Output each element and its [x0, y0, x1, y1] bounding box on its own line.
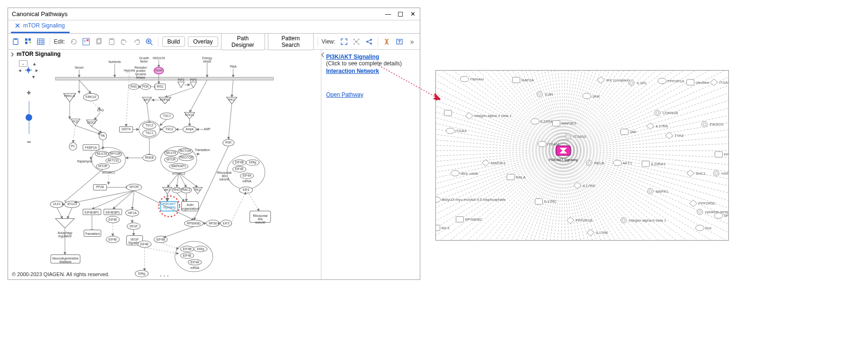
- dna-icon[interactable]: [382, 36, 392, 47]
- network-node[interactable]: atidyl-D-myo-inositol-4,5-bisphosphate: [436, 197, 506, 203]
- network-node[interactable]: citrulline: [687, 80, 710, 85]
- network-node[interactable]: IL17RC: [535, 198, 557, 204]
- network-node[interactable]: TYK2: [665, 132, 684, 139]
- chevron-right-icon[interactable]: [10, 52, 15, 56]
- textbox-icon[interactable]: [395, 36, 405, 47]
- network-node[interactable]: IL22RA2: [531, 118, 555, 124]
- svg-text:PA: PA: [101, 134, 105, 137]
- network-node[interactable]: HSP90AB1: [713, 170, 728, 176]
- network-node[interactable]: YWHAH: [460, 76, 484, 82]
- svg-text:EIF4EBP1: EIF4EBP1: [106, 211, 120, 214]
- svg-text:Ampk: Ampk: [186, 127, 194, 131]
- resize-handle-icon[interactable]: • • •: [160, 274, 169, 278]
- pattern-search-button[interactable]: Pattern Search: [268, 33, 314, 50]
- network-node[interactable]: IL1R1: [629, 80, 647, 86]
- close-button[interactable]: ✕: [409, 11, 416, 18]
- network-node[interactable]: PPP2: [715, 152, 728, 157]
- share-icon[interactable]: [364, 36, 374, 47]
- tab-mtor-signaling[interactable]: mTOR Signaling: [11, 20, 70, 33]
- pan-center-icon[interactable]: [25, 67, 32, 73]
- network-node[interactable]: ITGAX: [446, 128, 467, 134]
- network-node[interactable]: IKK (complex): [597, 77, 630, 83]
- network-node[interactable]: RAP2A: [513, 77, 534, 83]
- maximize-button[interactable]: [397, 11, 404, 18]
- pan-up-icon[interactable]: ▴: [31, 60, 38, 67]
- refresh-icon[interactable]: [69, 36, 79, 47]
- network-node[interactable]: RELB: [586, 160, 604, 166]
- zoom-thumb[interactable]: [26, 114, 32, 121]
- network-node[interactable]: Integrin alpha 6 beta 1: [621, 217, 666, 223]
- pathway-diagram[interactable]: .e { stroke:#888; stroke-width:1; fill:n…: [8, 50, 321, 278]
- network-node[interactable]: PPP2R1A: [658, 78, 684, 84]
- network-node[interactable]: CDKN1B: [655, 110, 678, 116]
- pan-down-icon[interactable]: ▾: [30, 73, 37, 80]
- network-node[interactable]: SFN: [714, 213, 728, 218]
- collapse-side-icon[interactable]: [320, 52, 325, 58]
- zoom-minus-icon[interactable]: −: [25, 138, 33, 146]
- network-node[interactable]: integrin alpha 2 beta 1: [465, 113, 512, 119]
- network-node[interactable]: IL17RA: [647, 123, 668, 129]
- network-node[interactable]: ITGA10: [565, 134, 586, 139]
- svg-text:RELB: RELB: [594, 161, 604, 165]
- zoom-slider[interactable]: [28, 101, 30, 134]
- network-node[interactable]: MAP3K5: [552, 120, 576, 126]
- network-node[interactable]: [444, 110, 452, 116]
- svg-text:EIF4E: EIF4E: [108, 238, 117, 241]
- network-node[interactable]: RPS6KB2: [456, 216, 482, 222]
- network-node[interactable]: IL22RA1: [642, 161, 665, 167]
- network-node[interactable]: B4-3: [436, 225, 450, 231]
- zoom-in-icon[interactable]: [144, 36, 154, 47]
- link-pi3k-akt-signaling[interactable]: PI3K/AKT Signaling: [326, 54, 379, 60]
- network-node[interactable]: MAP2K1: [482, 160, 506, 166]
- zoom-plus-icon[interactable]: +: [25, 89, 33, 97]
- network-node[interactable]: IL17RE: [587, 229, 608, 236]
- network-node[interactable]: ITGA9: [710, 79, 728, 86]
- network-node[interactable]: IL9R: [537, 91, 553, 97]
- network-node[interactable]: MAPK1: [647, 188, 668, 194]
- svg-text:TSC1: TSC1: [145, 131, 153, 135]
- overlay-button[interactable]: Overlay: [188, 36, 218, 47]
- undo-icon[interactable]: [119, 36, 129, 47]
- network-node[interactable]: JAM: [583, 93, 600, 99]
- pan-left-icon[interactable]: ◂: [17, 67, 23, 73]
- center-node[interactable]: PI3K/AKT Signaling: [549, 146, 578, 162]
- collapse-toggle[interactable]: ⌄: [19, 60, 27, 67]
- path-designer-button[interactable]: Path Designer: [221, 33, 265, 50]
- svg-text:ITGAX: ITGAX: [455, 129, 467, 133]
- svg-text:citrulline: citrulline: [696, 81, 710, 85]
- network-diagram[interactable]: PI3K/AKT Signaling YWHAHRAP2AIKK (comple…: [436, 71, 728, 240]
- network-node[interactable]: RALA: [507, 174, 526, 180]
- redo-icon[interactable]: [132, 36, 142, 47]
- network-node[interactable]: Sos: [696, 225, 712, 231]
- network-node[interactable]: PIK3CG: [702, 121, 724, 127]
- minimize-button[interactable]: —: [385, 11, 391, 18]
- svg-text:PP2A: PP2A: [96, 185, 104, 188]
- svg-text:ATG13: ATG13: [67, 202, 77, 206]
- network-node[interactable]: SHC1: [687, 170, 706, 177]
- network-node[interactable]: PPP2R5C: [690, 200, 716, 206]
- close-tab-icon[interactable]: [15, 23, 20, 28]
- fullscreen-icon[interactable]: [339, 36, 349, 47]
- network-node[interactable]: ITGAM: [538, 141, 559, 147]
- svg-text:FKBP1A: FKBP1A: [85, 146, 97, 149]
- svg-point-398: [714, 213, 723, 218]
- components-icon[interactable]: [24, 36, 34, 47]
- network-node[interactable]: IL17RD: [574, 182, 595, 189]
- network-layout-icon[interactable]: [352, 36, 362, 47]
- pan-right-icon[interactable]: ▸: [34, 67, 40, 73]
- paste-icon[interactable]: [106, 36, 116, 47]
- clipboard-icon[interactable]: [11, 36, 21, 47]
- find-icon[interactable]: [81, 36, 91, 47]
- table-icon[interactable]: [36, 36, 46, 47]
- link-interaction-network[interactable]: Interaction Network: [326, 68, 379, 74]
- network-node[interactable]: AKT1: [613, 160, 632, 166]
- canvas-pane[interactable]: mTOR Signaling ⌄ ▴ ◂ ▸ ▾: [8, 50, 321, 279]
- build-button[interactable]: Build: [162, 36, 186, 47]
- more-icon[interactable]: »: [407, 36, 417, 47]
- network-node[interactable]: nitric oxide: [451, 170, 478, 176]
- svg-text:PI3K/AKT Signaling: PI3K/AKT Signaling: [549, 158, 578, 162]
- svg-text:YWHAH: YWHAH: [469, 77, 484, 81]
- link-open-pathway[interactable]: Open Pathway: [326, 91, 415, 98]
- network-node[interactable]: PPP2R1B: [567, 217, 593, 224]
- copy-icon[interactable]: [94, 36, 104, 47]
